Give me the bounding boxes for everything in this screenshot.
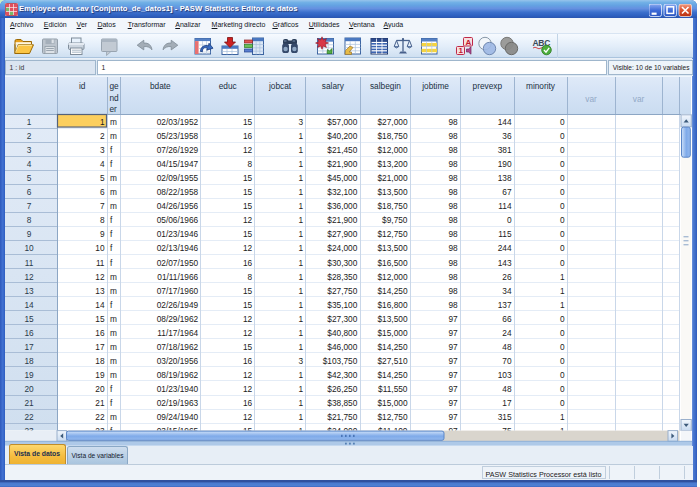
svg-text:$16,500: $16,500: [378, 258, 408, 268]
svg-text:10: 10: [24, 243, 34, 253]
svg-text:id: id: [79, 81, 86, 91]
svg-text:02/19/1963: 02/19/1963: [157, 398, 199, 408]
svg-text:$30,300: $30,300: [327, 258, 357, 268]
svg-text:12: 12: [95, 272, 105, 282]
svg-text:m: m: [110, 201, 117, 211]
svg-text:1: 1: [298, 258, 303, 268]
svg-text:1: 1: [298, 398, 303, 408]
svg-text:m: m: [110, 370, 117, 380]
svg-text:$21,750: $21,750: [327, 412, 357, 422]
svg-text:0: 0: [560, 356, 565, 366]
svg-text:1: 1: [298, 412, 303, 422]
svg-text:97: 97: [448, 314, 458, 324]
svg-text:02/09/1955: 02/09/1955: [157, 173, 199, 183]
svg-text:1: 1: [100, 117, 105, 127]
svg-text:07/26/1929: 07/26/1929: [157, 145, 199, 155]
svg-text:15: 15: [243, 117, 253, 127]
svg-text:5: 5: [100, 173, 105, 183]
svg-text:8: 8: [27, 215, 32, 225]
svg-text:$35,100: $35,100: [327, 300, 357, 310]
svg-text:315: 315: [498, 412, 512, 422]
svg-text:381: 381: [498, 145, 512, 155]
svg-text:34: 34: [502, 286, 512, 296]
svg-text:04/26/1956: 04/26/1956: [157, 201, 199, 211]
svg-text:$13,500: $13,500: [378, 243, 408, 253]
svg-text:26: 26: [502, 272, 512, 282]
svg-text:$12,000: $12,000: [378, 145, 408, 155]
svg-text:22: 22: [95, 412, 105, 422]
svg-text:20: 20: [95, 384, 105, 394]
svg-text:1: 1: [560, 412, 565, 422]
svg-text:03/20/1956: 03/20/1956: [157, 356, 199, 366]
svg-text:08/22/1958: 08/22/1958: [157, 187, 199, 197]
svg-text:01/11/1966: 01/11/1966: [157, 272, 198, 282]
svg-text:0: 0: [560, 159, 565, 169]
svg-text:98: 98: [448, 159, 458, 169]
svg-text:1: 1: [298, 131, 303, 141]
svg-text:5: 5: [27, 173, 32, 183]
svg-text:var: var: [633, 94, 645, 104]
svg-text:19: 19: [24, 370, 34, 380]
svg-text:02/03/1952: 02/03/1952: [157, 117, 199, 127]
svg-text:98: 98: [448, 117, 458, 127]
svg-text:var: var: [585, 94, 597, 104]
svg-text:0: 0: [560, 258, 565, 268]
svg-text:1: 1: [298, 286, 303, 296]
svg-text:1: 1: [298, 173, 303, 183]
svg-text:1: 1: [560, 272, 565, 282]
svg-text:04/15/1947: 04/15/1947: [157, 159, 199, 169]
svg-text:244: 244: [498, 243, 512, 253]
svg-text:$40,200: $40,200: [327, 131, 357, 141]
svg-text:$32,100: $32,100: [327, 187, 357, 197]
svg-text:14: 14: [24, 300, 34, 310]
svg-text:$103,750: $103,750: [323, 356, 358, 366]
svg-text:17: 17: [24, 342, 34, 352]
svg-text:6: 6: [100, 187, 105, 197]
svg-text:0: 0: [560, 328, 565, 338]
svg-text:$24,000: $24,000: [327, 243, 357, 253]
svg-text:$21,450: $21,450: [327, 145, 357, 155]
svg-text:educ: educ: [219, 81, 237, 91]
svg-text:m: m: [110, 272, 117, 282]
svg-text:$36,000: $36,000: [327, 201, 357, 211]
svg-text:m: m: [110, 187, 117, 197]
svg-text:1: 1: [560, 300, 565, 310]
svg-text:36: 36: [502, 131, 512, 141]
svg-text:jobtime: jobtime: [421, 81, 449, 91]
svg-text:02/26/1949: 02/26/1949: [157, 300, 199, 310]
svg-text:01/23/1946: 01/23/1946: [157, 229, 199, 239]
svg-text:1: 1: [298, 272, 303, 282]
svg-text:07/17/1960: 07/17/1960: [157, 286, 199, 296]
svg-text:1: 1: [458, 46, 463, 55]
svg-text:12: 12: [243, 314, 253, 324]
svg-text:$13,500: $13,500: [378, 187, 408, 197]
svg-text:8: 8: [248, 272, 253, 282]
svg-text:11: 11: [96, 258, 105, 268]
svg-text:$18,750: $18,750: [378, 201, 408, 211]
svg-text:18: 18: [24, 356, 34, 366]
svg-text:24: 24: [502, 328, 512, 338]
svg-text:143: 143: [498, 258, 512, 268]
svg-text:97: 97: [448, 398, 458, 408]
svg-text:15: 15: [243, 229, 253, 239]
svg-text:$27,000: $27,000: [378, 117, 408, 127]
svg-text:12: 12: [243, 328, 253, 338]
svg-text:$15,000: $15,000: [378, 328, 408, 338]
svg-text:9: 9: [100, 229, 105, 239]
svg-text:17: 17: [95, 342, 105, 352]
svg-text:15: 15: [95, 314, 105, 324]
svg-text:14: 14: [95, 300, 105, 310]
svg-text:$27,750: $27,750: [327, 286, 357, 296]
svg-text:1: 1: [27, 117, 32, 127]
svg-text:16: 16: [243, 398, 253, 408]
svg-text:0: 0: [560, 398, 565, 408]
svg-text:$14,250: $14,250: [378, 370, 408, 380]
svg-text:$18,750: $18,750: [378, 131, 408, 141]
svg-text:9: 9: [27, 229, 32, 239]
svg-text:1: 1: [298, 300, 303, 310]
svg-text:1: 1: [298, 328, 303, 338]
svg-text:8: 8: [248, 159, 253, 169]
svg-text:12: 12: [243, 145, 253, 155]
svg-text:$21,900: $21,900: [327, 215, 357, 225]
svg-text:1: 1: [560, 286, 565, 296]
